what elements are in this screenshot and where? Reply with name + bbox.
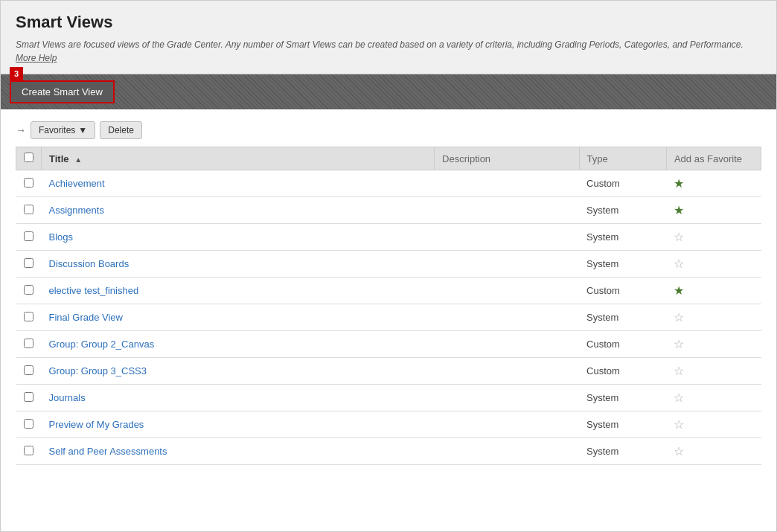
more-help-link[interactable]: More Help bbox=[16, 53, 57, 63]
smart-views-table: Title ▲ Description Type Add as Favorite… bbox=[16, 147, 761, 465]
row-title-cell: Self and Peer Assessments bbox=[42, 438, 435, 465]
row-checkbox-cell bbox=[16, 411, 42, 438]
row-checkbox[interactable] bbox=[24, 205, 33, 214]
row-type-cell: System bbox=[579, 438, 666, 465]
row-title-cell: Assignments bbox=[42, 197, 435, 224]
row-title-link[interactable]: Self and Peer Assessments bbox=[49, 446, 167, 457]
toolbar-section: 3 Create Smart View bbox=[1, 74, 776, 109]
row-description-cell bbox=[435, 197, 580, 224]
favorite-star-icon[interactable]: ☆ bbox=[674, 257, 684, 271]
row-checkbox-cell bbox=[16, 385, 42, 411]
delete-button[interactable]: Delete bbox=[100, 121, 142, 139]
row-title-cell: Journals bbox=[42, 385, 435, 411]
favorite-star-icon[interactable]: ☆ bbox=[674, 417, 684, 432]
row-title-link[interactable]: Group: Group 3_CSS3 bbox=[49, 365, 147, 376]
favorite-star-icon[interactable]: ☆ bbox=[674, 364, 684, 378]
row-checkbox[interactable] bbox=[24, 312, 33, 321]
row-type-cell: Custom bbox=[579, 331, 666, 358]
table-row: BlogsSystem☆ bbox=[16, 224, 761, 251]
row-checkbox-cell bbox=[16, 278, 42, 304]
select-all-header bbox=[16, 147, 42, 170]
row-description-cell bbox=[435, 385, 580, 411]
row-title-link[interactable]: elective test_finished bbox=[49, 285, 139, 296]
row-title-cell: Blogs bbox=[42, 224, 435, 251]
page-title: Smart Views bbox=[16, 13, 761, 32]
title-column-header[interactable]: Title ▲ bbox=[42, 147, 435, 170]
row-title-link[interactable]: Assignments bbox=[49, 205, 104, 216]
row-favorite-cell: ☆ bbox=[666, 304, 761, 331]
row-checkbox-cell bbox=[16, 438, 42, 465]
favorite-star-icon[interactable]: ☆ bbox=[674, 444, 684, 458]
row-checkbox[interactable] bbox=[24, 419, 33, 429]
row-favorite-cell: ★ bbox=[666, 170, 761, 197]
row-title-link[interactable]: Journals bbox=[49, 392, 86, 403]
row-title-cell: Final Grade View bbox=[42, 304, 435, 331]
row-description-cell bbox=[435, 170, 580, 197]
row-checkbox[interactable] bbox=[24, 285, 33, 295]
favorite-star-icon[interactable]: ★ bbox=[674, 176, 684, 190]
row-checkbox[interactable] bbox=[24, 178, 33, 188]
row-type-cell: Custom bbox=[579, 170, 666, 197]
favorite-star-icon[interactable]: ☆ bbox=[674, 337, 684, 351]
row-favorite-cell: ☆ bbox=[666, 411, 761, 438]
row-checkbox-cell bbox=[16, 224, 42, 251]
favorite-star-icon[interactable]: ★ bbox=[674, 283, 684, 298]
table-row: Group: Group 3_CSS3Custom☆ bbox=[16, 358, 761, 385]
row-checkbox[interactable] bbox=[24, 392, 33, 402]
row-title-link[interactable]: Final Grade View bbox=[49, 312, 123, 323]
table-row: JournalsSystem☆ bbox=[16, 385, 761, 411]
favorites-button[interactable]: Favorites ▼ bbox=[31, 121, 95, 139]
row-checkbox[interactable] bbox=[24, 339, 33, 348]
row-favorite-cell: ☆ bbox=[666, 251, 761, 278]
table-row: Final Grade ViewSystem☆ bbox=[16, 304, 761, 331]
row-description-cell bbox=[435, 304, 580, 331]
table-row: Discussion BoardsSystem☆ bbox=[16, 251, 761, 278]
row-checkbox[interactable] bbox=[24, 258, 33, 268]
row-type-cell: System bbox=[579, 411, 666, 438]
row-type-cell: System bbox=[579, 251, 666, 278]
row-title-link[interactable]: Achievement bbox=[49, 178, 105, 189]
row-favorite-cell: ☆ bbox=[666, 224, 761, 251]
row-favorite-cell: ☆ bbox=[666, 385, 761, 411]
row-checkbox[interactable] bbox=[24, 365, 33, 375]
row-title-cell: Achievement bbox=[42, 170, 435, 197]
page-container: Smart Views Smart Views are focused view… bbox=[0, 0, 777, 532]
row-description-cell bbox=[435, 224, 580, 251]
row-checkbox-cell bbox=[16, 170, 42, 197]
row-type-cell: System bbox=[579, 304, 666, 331]
row-type-cell: System bbox=[579, 224, 666, 251]
row-checkbox[interactable] bbox=[24, 231, 33, 241]
row-title-link[interactable]: Preview of My Grades bbox=[49, 419, 144, 430]
favorite-star-icon[interactable]: ☆ bbox=[674, 310, 684, 324]
row-title-link[interactable]: Blogs bbox=[49, 231, 74, 243]
row-title-cell: Group: Group 3_CSS3 bbox=[42, 358, 435, 385]
row-description-cell bbox=[435, 278, 580, 304]
favorite-star-icon[interactable]: ☆ bbox=[674, 391, 684, 405]
row-checkbox-cell bbox=[16, 331, 42, 358]
row-type-cell: Custom bbox=[579, 278, 666, 304]
action-arrow-icon: → bbox=[16, 124, 26, 136]
row-title-link[interactable]: Discussion Boards bbox=[49, 258, 130, 269]
row-title-cell: elective test_finished bbox=[42, 278, 435, 304]
table-row: elective test_finishedCustom★ bbox=[16, 278, 761, 304]
action-bar: → Favorites ▼ Delete bbox=[16, 121, 761, 139]
table-row: AssignmentsSystem★ bbox=[16, 197, 761, 224]
create-smart-view-button[interactable]: Create Smart View bbox=[10, 80, 115, 103]
row-description-cell bbox=[435, 438, 580, 465]
favorite-star-icon[interactable]: ★ bbox=[674, 203, 684, 217]
row-checkbox[interactable] bbox=[24, 446, 33, 455]
row-title-link[interactable]: Group: Group 2_Canvas bbox=[49, 339, 155, 350]
table-row: Group: Group 2_CanvasCustom☆ bbox=[16, 331, 761, 358]
sort-arrow-icon: ▲ bbox=[74, 156, 82, 164]
row-type-cell: System bbox=[579, 197, 666, 224]
row-title-cell: Group: Group 2_Canvas bbox=[42, 331, 435, 358]
row-favorite-cell: ☆ bbox=[666, 358, 761, 385]
header-section: Smart Views Smart Views are focused view… bbox=[1, 1, 776, 74]
step-badge: 3 bbox=[10, 67, 23, 80]
description-column-header: Description bbox=[435, 147, 580, 170]
select-all-checkbox[interactable] bbox=[24, 153, 33, 162]
table-row: Preview of My GradesSystem☆ bbox=[16, 411, 761, 438]
row-favorite-cell: ☆ bbox=[666, 331, 761, 358]
favorite-star-icon[interactable]: ☆ bbox=[674, 230, 684, 244]
row-favorite-cell: ★ bbox=[666, 197, 761, 224]
